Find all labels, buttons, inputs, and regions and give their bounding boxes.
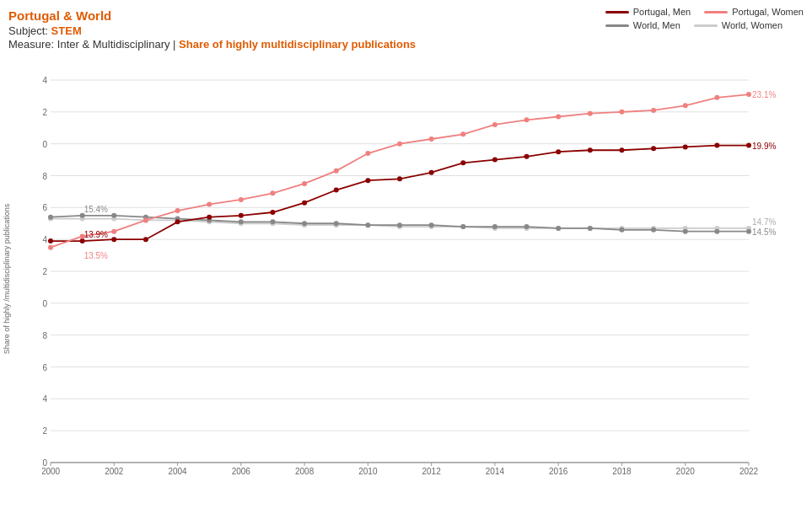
svg-point-126 (270, 190, 275, 195)
svg-text:20: 20 (42, 140, 47, 149)
measure-value: Share of highly multidisciplinary public… (179, 38, 416, 51)
legend-line-portugal-women (704, 11, 728, 13)
svg-point-88 (524, 224, 530, 229)
svg-point-102 (239, 213, 244, 218)
svg-text:23.1%: 23.1% (752, 90, 776, 99)
svg-point-137 (619, 110, 624, 115)
svg-text:15.4%: 15.4% (84, 205, 108, 214)
svg-text:24: 24 (42, 76, 47, 85)
svg-point-99 (143, 237, 148, 242)
svg-point-109 (460, 160, 465, 165)
svg-point-122 (143, 217, 148, 222)
svg-point-79 (239, 219, 244, 224)
svg-point-107 (397, 176, 402, 181)
svg-point-83 (365, 222, 370, 227)
svg-point-104 (302, 201, 307, 206)
svg-text:10: 10 (42, 299, 47, 308)
svg-text:6: 6 (42, 363, 47, 372)
svg-point-90 (588, 226, 593, 231)
legend-label-world-women: World, Women (722, 20, 782, 30)
svg-point-136 (588, 111, 593, 116)
svg-point-138 (651, 108, 656, 113)
svg-text:2016: 2016 (549, 467, 568, 476)
legend-world-women: World, Women (694, 20, 782, 30)
legend-row-2: World, Men World, Women (605, 20, 804, 30)
svg-text:18: 18 (42, 172, 47, 181)
svg-text:13.5%: 13.5% (84, 251, 108, 260)
svg-point-108 (429, 170, 434, 175)
svg-point-95 (746, 229, 751, 234)
svg-point-128 (334, 169, 339, 174)
svg-point-125 (239, 197, 244, 202)
svg-text:12: 12 (42, 267, 47, 276)
svg-point-89 (556, 226, 561, 231)
chart-area: 0246810121416182022242000200220042006200… (42, 76, 799, 481)
svg-point-75 (111, 213, 116, 218)
svg-point-80 (270, 219, 275, 224)
svg-text:2002: 2002 (105, 467, 124, 476)
svg-text:14: 14 (42, 235, 47, 244)
svg-text:2018: 2018 (612, 467, 632, 476)
svg-point-119 (48, 245, 53, 250)
svg-point-139 (683, 103, 688, 108)
svg-point-92 (651, 227, 656, 233)
svg-text:2000: 2000 (42, 467, 61, 476)
svg-point-96 (48, 238, 53, 243)
legend-label-world-men: World, Men (633, 20, 680, 30)
svg-point-105 (334, 188, 339, 193)
svg-point-111 (524, 154, 530, 159)
legend-label-portugal-women: Portugal, Women (732, 7, 804, 17)
svg-point-82 (334, 221, 339, 226)
subject-label: Subject: (8, 24, 48, 37)
svg-text:2004: 2004 (168, 467, 187, 476)
svg-point-134 (524, 117, 530, 122)
svg-point-87 (492, 224, 497, 229)
title-line: Portugal & World (8, 8, 416, 23)
svg-point-140 (714, 95, 719, 100)
svg-text:22: 22 (42, 108, 47, 117)
svg-point-113 (588, 147, 593, 152)
svg-point-81 (302, 221, 307, 226)
legend-line-world-men (605, 24, 629, 27)
svg-text:19.9%: 19.9% (752, 142, 776, 151)
measure-line: Measure: Inter & Multidisciplinary | Sha… (8, 38, 416, 51)
legend-portugal-women: Portugal, Women (704, 7, 804, 17)
svg-point-117 (714, 143, 719, 148)
svg-point-135 (556, 115, 561, 120)
svg-point-100 (175, 219, 180, 224)
svg-point-112 (556, 149, 561, 154)
svg-point-114 (619, 147, 624, 152)
svg-text:2010: 2010 (358, 467, 378, 476)
svg-text:4: 4 (42, 394, 47, 404)
svg-point-103 (270, 210, 275, 215)
svg-point-118 (746, 143, 751, 148)
svg-point-85 (429, 222, 434, 227)
legend-world-men: World, Men (605, 20, 680, 30)
svg-point-106 (365, 178, 370, 183)
legend-portugal-men: Portugal, Men (605, 7, 691, 17)
subject-value: STEM (51, 24, 82, 37)
measure-label: Measure: Inter & Multidisciplinary | (8, 38, 175, 51)
legend-line-world-women (694, 24, 718, 27)
main-container: Portugal & World Subject: STEM Measure: … (0, 0, 812, 519)
svg-text:14.5%: 14.5% (752, 227, 776, 237)
legend-label-portugal-men: Portugal, Men (633, 7, 691, 17)
svg-point-124 (207, 202, 212, 207)
svg-text:2: 2 (42, 426, 47, 436)
svg-point-98 (111, 237, 116, 242)
svg-text:2006: 2006 (232, 467, 251, 476)
svg-point-133 (492, 122, 497, 127)
svg-text:2020: 2020 (676, 467, 696, 476)
svg-point-131 (429, 136, 434, 142)
svg-text:16: 16 (42, 203, 47, 212)
svg-point-101 (207, 215, 212, 220)
svg-text:2012: 2012 (422, 467, 442, 476)
svg-point-73 (48, 215, 53, 220)
y-axis-label: Share of highly /multidisciplinary publi… (3, 203, 11, 354)
subject-line: Subject: STEM (8, 24, 416, 37)
svg-point-121 (111, 229, 116, 234)
svg-point-141 (746, 92, 751, 97)
svg-point-93 (683, 229, 688, 234)
svg-point-129 (365, 151, 370, 156)
header: Portugal & World Subject: STEM Measure: … (8, 8, 416, 51)
